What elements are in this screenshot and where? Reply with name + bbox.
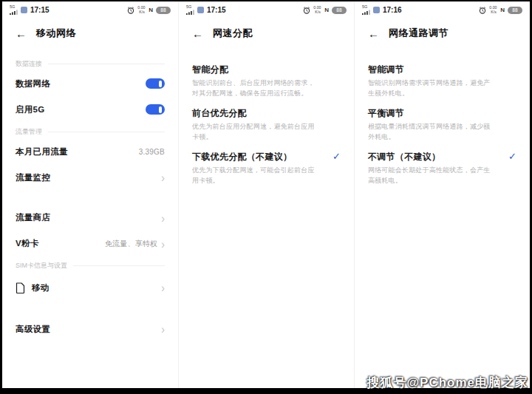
- signal-bars-icon: [10, 10, 18, 15]
- section-divider: [73, 265, 165, 266]
- status-bar: 5G 17:16 0.00 K/s N 88: [355, 1, 530, 16]
- row-month-usage: 本月已用流量 3.39GB: [16, 138, 165, 165]
- row-label: 流量监控: [16, 172, 50, 183]
- status-time: 17:16: [383, 6, 402, 14]
- section-label-data-connection: 数据连接: [16, 57, 165, 70]
- notification-app-icon: [21, 7, 27, 13]
- section-divider: [48, 64, 165, 64]
- page-title: 移动网络: [36, 27, 76, 40]
- status-time: 17:15: [30, 6, 50, 14]
- status-right: 0.00 K/s N 88: [303, 6, 347, 14]
- option-description: 智能识别前台、后台应用对网络的需求，对其分配网速，确保各应用运行流畅。: [192, 78, 320, 99]
- battery-percent: 88: [160, 7, 166, 13]
- battery-percent: 88: [336, 7, 341, 13]
- checkmark-icon: ✓: [502, 151, 516, 163]
- option-title: 智能分配: [192, 64, 320, 76]
- status-right: 0.00 K/s N 88: [127, 6, 171, 14]
- status-left: 5G 17:15: [10, 5, 50, 15]
- option-title: 下载优先分配（不建议）: [192, 151, 320, 163]
- row-data-monitor[interactable]: 流量监控 ›: [16, 165, 165, 190]
- row-advanced-settings[interactable]: 高级设置 ›: [16, 316, 165, 342]
- section-label-data-management: 流量管理: [16, 125, 165, 138]
- row-v-fan-card[interactable]: V粉卡 免流量、享特权 ›: [16, 231, 165, 257]
- chevron-right-icon: ›: [161, 211, 165, 223]
- back-button[interactable]: ←: [368, 28, 379, 39]
- v-fan-card-value: 免流量、享特权: [105, 239, 157, 249]
- section-divider: [48, 132, 165, 132]
- notification-app-icon: [373, 7, 380, 13]
- signal-icon: 5G: [10, 5, 18, 15]
- chevron-right-icon: ›: [161, 282, 165, 293]
- row-label: 数据网络: [16, 78, 50, 89]
- battery-percent: 88: [512, 7, 517, 13]
- screenshot-frame: 5G 17:15 0.00 K/s N 88 ←: [0, 0, 532, 394]
- alarm-icon: [303, 7, 310, 14]
- option-title: 平衡调节: [368, 107, 496, 120]
- status-time: 17:15: [207, 6, 226, 14]
- options-list: 智能调节 智能识别网络需求调节网络通路，避免产生额外耗电。 平衡调节 根据电量消…: [355, 64, 530, 186]
- month-usage-value: 3.39GB: [139, 148, 165, 156]
- nfc-icon: N: [149, 7, 153, 13]
- net-speed-unit: K/s: [315, 10, 321, 14]
- group-gap: [16, 302, 165, 316]
- notification-app-icon: [197, 7, 204, 13]
- row-data-store[interactable]: 流量商店 ›: [16, 205, 165, 231]
- triple-screenshot-board: 5G 17:15 0.00 K/s N 88 ←: [2, 1, 530, 388]
- nfc-icon: N: [500, 7, 505, 13]
- screen-mobile-network: 5G 17:15 0.00 K/s N 88 ←: [2, 1, 178, 388]
- checkmark-icon: ✓: [326, 151, 341, 163]
- nav-header: ← 网速分配: [179, 16, 354, 42]
- back-button[interactable]: ←: [192, 28, 203, 39]
- row-label: 本月已用流量: [16, 146, 68, 157]
- chevron-right-icon: ›: [161, 323, 165, 335]
- page-title: 网络通路调节: [389, 27, 449, 40]
- net-speed-unit: K/s: [139, 10, 145, 14]
- section-label-sim: SIM卡信息与设置: [16, 258, 165, 273]
- option-title: 智能调节: [368, 64, 496, 76]
- network-speed-indicator: 0.00 K/s: [313, 6, 321, 14]
- row-label: 启用5G: [16, 104, 45, 115]
- sim-card-icon: [16, 282, 25, 293]
- option-smart-adjustment[interactable]: 智能调节 智能识别网络需求调节网络通路，避免产生额外耗电。: [368, 64, 516, 99]
- status-bar: 5G 17:15 0.00 K/s N 88: [2, 1, 178, 16]
- option-description: 根据电量消耗情况调节网络通路，减少额外耗电。: [368, 122, 496, 143]
- row-sim-mobile[interactable]: 移动 ›: [16, 273, 165, 302]
- option-foreground-priority[interactable]: 前台优先分配 优先为前台应用分配网速，避免前台应用卡顿。: [192, 107, 341, 143]
- chevron-right-icon: ›: [161, 171, 165, 183]
- status-left: 5G 17:16: [362, 5, 402, 15]
- network-speed-indicator: 0.00 K/s: [137, 6, 146, 14]
- option-balanced-adjustment[interactable]: 平衡调节 根据电量消耗情况调节网络通路，减少额外耗电。: [368, 107, 516, 143]
- option-smart-allocation[interactable]: 智能分配 智能识别前台、后台应用对网络的需求，对其分配网速，确保各应用运行流畅。: [192, 64, 341, 99]
- status-left: 5G 17:15: [186, 5, 226, 15]
- option-description: 优先为下载分配网速，可能会引起前台应用卡顿。: [192, 166, 320, 186]
- battery-icon: 88: [156, 7, 171, 14]
- back-button[interactable]: ←: [16, 28, 27, 39]
- toggle-data-network[interactable]: [146, 78, 165, 89]
- toggle-enable-5g[interactable]: [146, 104, 165, 115]
- watermark: 搜狐号@PChome电脑之家: [366, 374, 528, 391]
- option-description: 网络可能会长期处于高性能状态，会产生高额耗电。: [368, 166, 496, 186]
- network-speed-indicator: 0.00 K/s: [489, 6, 497, 14]
- option-download-priority-selected[interactable]: 下载优先分配（不建议） 优先为下载分配网速，可能会引起前台应用卡顿。 ✓: [192, 151, 341, 186]
- option-description: 优先为前台应用分配网速，避免前台应用卡顿。: [192, 122, 320, 143]
- signal-icon: 5G: [186, 5, 194, 15]
- nav-header: ← 移动网络: [2, 16, 178, 42]
- battery-icon: 88: [508, 7, 522, 14]
- option-title: 前台优先分配: [192, 107, 320, 120]
- chevron-right-icon: ›: [161, 237, 165, 249]
- alarm-icon: [479, 7, 486, 14]
- battery-icon: 88: [332, 7, 347, 14]
- row-label-text: 移动: [32, 282, 50, 293]
- option-no-adjustment-selected[interactable]: 不调节（不建议） 网络可能会长期处于高性能状态，会产生高额耗电。 ✓: [368, 151, 516, 186]
- screen-speed-allocation: 5G 17:15 0.00 K/s N 88 ←: [178, 1, 354, 388]
- row-label: 高级设置: [16, 324, 50, 335]
- screen-network-path-adjustment: 5G 17:16 0.00 K/s N 88 ←: [354, 1, 530, 388]
- options-list: 智能分配 智能识别前台、后台应用对网络的需求，对其分配网速，确保各应用运行流畅。…: [179, 64, 354, 186]
- row-data-network[interactable]: 数据网络: [16, 70, 165, 97]
- net-speed-unit: K/s: [491, 10, 497, 14]
- row-enable-5g[interactable]: 启用5G: [16, 97, 165, 122]
- row-label: 流量商店: [16, 212, 50, 223]
- row-label: V粉卡: [16, 238, 39, 249]
- signal-bars-icon: [362, 10, 370, 15]
- alarm-icon: [127, 7, 134, 14]
